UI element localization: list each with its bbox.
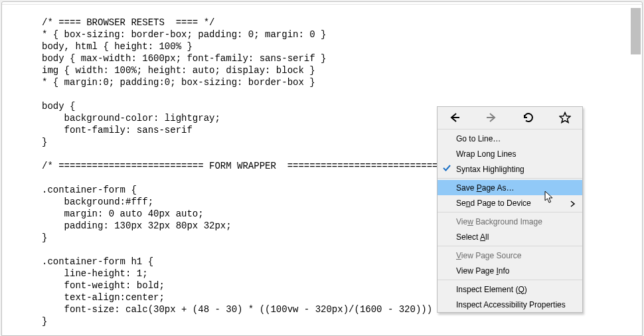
code-line: background-color: lightgray; — [42, 113, 220, 124]
code-line: body { max-width: 1600px; font-family: s… — [42, 53, 326, 64]
menu-label: Inspect Element (Q) — [456, 285, 527, 294]
vertical-scrollbar[interactable] — [631, 8, 641, 335]
menu-send-page-to-device[interactable]: Send Page to Device — [438, 195, 582, 210]
menu-syntax-highlighting[interactable]: Syntax Highlighting — [438, 161, 582, 177]
code-line: * { margin:0; padding:0; box-sizing: bor… — [42, 77, 315, 88]
code-line: background:#fff; — [42, 197, 153, 207]
code-line: img { width: 100%; height: auto; display… — [42, 65, 315, 76]
menu-inspect-element[interactable]: Inspect Element (Q) — [438, 282, 582, 297]
submenu-arrow-icon — [570, 200, 576, 209]
menu-label: Go to Line… — [456, 134, 501, 143]
context-menu: Go to Line… Wrap Long Lines Syntax Highl… — [437, 106, 583, 313]
scrollbar-thumb[interactable] — [631, 8, 641, 54]
code-line: } — [42, 316, 47, 327]
code-line: margin: 0 auto 40px auto; — [42, 209, 204, 219]
arrow-right-icon — [485, 112, 498, 124]
menu-wrap-long-lines[interactable]: Wrap Long Lines — [438, 146, 582, 161]
code-line: .container-form h1 { — [42, 256, 153, 267]
code-line: } — [42, 137, 47, 147]
reload-icon — [523, 112, 534, 124]
menu-separator — [438, 246, 582, 246]
menu-view-page-info[interactable]: View Page Info — [438, 263, 582, 278]
nav-back-button[interactable] — [447, 112, 463, 124]
code-line: font-family: sans-serif — [42, 125, 193, 135]
menu-label: Syntax Highlighting — [456, 165, 524, 174]
code-line: padding: 130px 32px 80px 32px; — [42, 220, 232, 231]
menu-label: Select All — [456, 232, 489, 242]
nav-forward-button[interactable] — [483, 112, 499, 124]
code-line: text-align:center; — [42, 292, 165, 303]
menu-separator — [438, 212, 582, 212]
check-icon — [442, 163, 451, 175]
menu-save-page-as[interactable]: Save Page As… — [438, 180, 582, 195]
nav-bookmark-button[interactable] — [557, 112, 573, 124]
code-line: font-size: calc(30px + (48 - 30) * ((100… — [42, 304, 432, 315]
code-line: font-weight: bold; — [42, 280, 165, 291]
nav-reload-button[interactable] — [521, 112, 536, 124]
menu-separator — [438, 178, 582, 179]
menu-label: View Page Source — [456, 251, 522, 260]
code-line: .container-form { — [42, 185, 137, 195]
menu-label: Save Page As… — [456, 183, 514, 193]
menu-label: Wrap Long Lines — [456, 149, 517, 159]
arrow-left-icon — [448, 112, 461, 124]
context-menu-nav-row — [438, 107, 582, 127]
menu-view-background-image: View Background Image — [438, 214, 582, 229]
code-line: * { box-sizing: border-box; padding: 0; … — [42, 29, 326, 40]
star-icon — [559, 112, 571, 124]
menu-label: View Page Info — [456, 266, 510, 276]
code-line: body { — [42, 101, 75, 112]
menu-label: View Background Image — [456, 217, 542, 226]
code-line: /* ==== BROWSER RESETS ==== */ — [42, 17, 214, 28]
code-line: body, html { height: 100% } — [42, 41, 193, 52]
menu-select-all[interactable]: Select All — [438, 229, 582, 244]
menu-go-to-line[interactable]: Go to Line… — [438, 131, 582, 146]
menu-view-page-source: View Page Source — [438, 248, 582, 263]
code-line: line-height: 1; — [42, 268, 148, 279]
menu-label: Inspect Accessibility Properties — [456, 300, 566, 309]
menu-separator — [438, 129, 582, 129]
menu-inspect-accessibility[interactable]: Inspect Accessibility Properties — [438, 297, 582, 312]
menu-separator — [438, 280, 582, 280]
code-line: } — [42, 232, 47, 243]
menu-label: Send Page to Device — [456, 199, 531, 208]
